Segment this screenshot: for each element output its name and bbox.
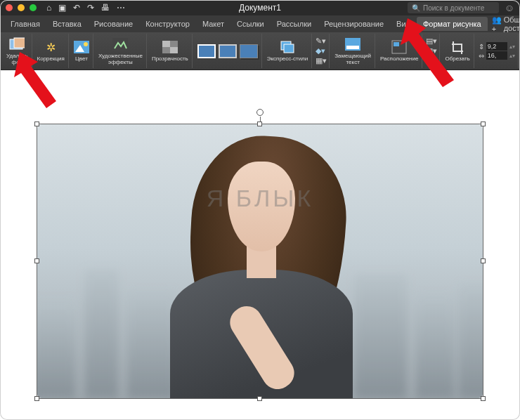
undo-icon[interactable]: ↶	[73, 3, 80, 13]
picture-styles-gallery[interactable]	[194, 34, 262, 68]
svg-rect-7	[162, 41, 170, 47]
alt-text-icon	[345, 37, 360, 52]
svg-marker-15	[14, 52, 56, 108]
window-controls	[6, 4, 37, 11]
style-thumb[interactable]	[240, 44, 258, 58]
resize-handle-tl[interactable]	[34, 122, 39, 126]
print-icon[interactable]: 🖶	[101, 3, 110, 13]
resize-handle-mr[interactable]	[481, 258, 486, 263]
svg-rect-12	[346, 46, 359, 49]
document-canvas[interactable]: Я БЛЫК	[0, 70, 520, 420]
tab-mailings[interactable]: Рассылки	[271, 17, 318, 31]
height-icon: ⇕	[479, 43, 484, 51]
resize-handle-tm[interactable]	[257, 122, 262, 126]
resize-handle-bl[interactable]	[34, 396, 39, 401]
search-input[interactable]: 🔍 Поиск в документе	[408, 2, 499, 13]
layout-icon: ▦▾	[316, 56, 327, 65]
width-icon: ⇔	[479, 52, 484, 60]
alt-text-button[interactable]: Замещающий текст	[331, 34, 375, 68]
quick-styles-label: Экспресс-стили	[267, 56, 308, 63]
close-window-button[interactable]	[6, 4, 13, 11]
width-input[interactable]	[486, 51, 507, 60]
artistic-effects-button[interactable]: Художественные эффекты	[95, 34, 147, 68]
artistic-label: Художественные эффекты	[98, 53, 143, 66]
tab-designer[interactable]: Конструктор	[139, 17, 196, 31]
more-icon[interactable]: ⋯	[117, 3, 125, 13]
tab-insert[interactable]: Вставка	[46, 17, 88, 31]
svg-rect-5	[112, 38, 128, 51]
watermark-text: Я БЛЫК	[207, 185, 314, 212]
picture-border-group[interactable]: ✎▾ ◆▾ ▦▾	[313, 34, 330, 68]
artistic-icon	[112, 37, 128, 52]
svg-rect-8	[170, 47, 178, 53]
stepper-icon[interactable]: ▴▾	[509, 53, 515, 59]
quick-styles-icon	[280, 39, 295, 55]
zoom-window-button[interactable]	[30, 4, 37, 11]
tab-review[interactable]: Рецензирование	[318, 17, 390, 31]
size-group: ⇕ ▴▾ ⇔ ▴▾	[476, 34, 519, 68]
home-icon[interactable]: ⌂	[46, 3, 51, 13]
quick-styles-button[interactable]: Экспресс-стили	[264, 34, 313, 68]
document-title: Документ1	[239, 3, 281, 13]
transparency-button[interactable]: Прозрачность	[148, 34, 193, 68]
resize-handle-ml[interactable]	[34, 258, 39, 263]
stepper-icon[interactable]: ▴▾	[509, 44, 515, 50]
transparency-icon	[162, 39, 178, 55]
resize-handle-tr[interactable]	[481, 122, 486, 126]
search-icon: 🔍	[412, 4, 420, 12]
search-placeholder: Поиск в документе	[423, 4, 484, 12]
share-icon: 👥+	[492, 15, 502, 33]
selected-picture[interactable]: Я БЛЫК	[37, 124, 483, 399]
style-thumb[interactable]	[197, 44, 216, 58]
resize-handle-br[interactable]	[481, 396, 486, 401]
alt-text-label: Замещающий текст	[334, 53, 371, 66]
tab-draw[interactable]: Рисование	[88, 17, 139, 31]
transparency-label: Прозрачность	[152, 56, 188, 63]
tab-home[interactable]: Главная	[4, 17, 46, 31]
height-input[interactable]	[486, 42, 507, 51]
effects-icon: ◆▾	[316, 46, 325, 55]
minimize-window-button[interactable]	[18, 4, 25, 11]
picture-content: Я БЛЫК	[37, 124, 483, 398]
svg-rect-10	[284, 44, 294, 53]
share-button[interactable]: 👥+ Общий доступ ˄	[488, 13, 520, 36]
pencil-icon: ✎▾	[316, 37, 326, 46]
help-icon[interactable]: ☺	[505, 2, 514, 13]
tab-layout[interactable]: Макет	[196, 17, 230, 31]
annotation-arrow-left	[7, 45, 77, 115]
svg-point-4	[84, 42, 88, 46]
redo-icon[interactable]: ↷	[87, 3, 94, 13]
rotate-handle[interactable]	[256, 109, 264, 116]
style-thumb[interactable]	[219, 44, 237, 58]
tab-references[interactable]: Ссылки	[230, 17, 271, 31]
save-icon[interactable]: ▣	[58, 3, 66, 13]
resize-handle-bm[interactable]	[257, 396, 262, 401]
svg-marker-16	[401, 18, 454, 87]
annotation-arrow-right	[394, 13, 471, 90]
share-label: Общий доступ	[504, 15, 520, 32]
